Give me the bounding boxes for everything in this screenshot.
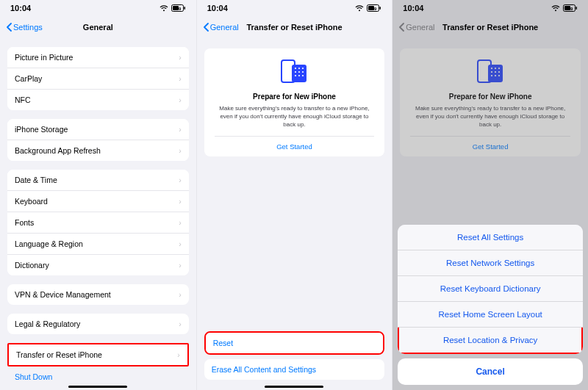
- option-reset-home-screen-layout[interactable]: Reset Home Screen Layout: [398, 301, 583, 327]
- option-reset-keyboard-dictionary[interactable]: Reset Keyboard Dictionary: [398, 275, 583, 301]
- row-label: Language & Region: [15, 239, 83, 248]
- settings-group-media: Picture in Picture› CarPlay› NFC›: [7, 47, 189, 110]
- option-reset-location-privacy[interactable]: Reset Location & Privacy: [398, 327, 583, 354]
- row-erase-all-content[interactable]: Erase All Content and Settings: [204, 359, 385, 380]
- row-label: Transfer or Reset iPhone: [16, 350, 102, 359]
- row-carplay[interactable]: CarPlay›: [7, 68, 189, 89]
- row-transfer-or-reset-iphone[interactable]: Transfer or Reset iPhone›: [9, 344, 187, 365]
- cancel-label: Cancel: [476, 366, 504, 377]
- get-started-button[interactable]: Get Started: [215, 136, 375, 156]
- battery-icon: 59: [367, 4, 381, 12]
- chevron-right-icon: ›: [179, 197, 182, 206]
- chevron-right-icon: ›: [179, 74, 182, 83]
- settings-content: Picture in Picture› CarPlay› NFC› iPhone…: [0, 47, 196, 390]
- row-label: VPN & Device Management: [15, 290, 111, 299]
- row-language-region[interactable]: Language & Region›: [7, 233, 189, 254]
- chevron-right-icon: ›: [179, 125, 182, 134]
- back-button[interactable]: General: [203, 23, 239, 32]
- nav-bar: Settings General: [0, 16, 196, 38]
- row-keyboard[interactable]: Keyboard›: [7, 190, 189, 212]
- action-sheet-options: Reset All Settings Reset Network Setting…: [398, 225, 583, 354]
- row-reset[interactable]: Reset: [206, 333, 384, 353]
- row-label: NFC: [15, 95, 31, 104]
- chevron-right-icon: ›: [179, 53, 182, 62]
- svg-text:59: 59: [372, 7, 377, 11]
- settings-group-vpn: VPN & Device Management›: [7, 284, 189, 305]
- svg-point-12: [302, 68, 304, 69]
- battery-icon: 59: [171, 4, 186, 12]
- row-label: Shut Down: [15, 372, 52, 381]
- status-bar: 10:04 59: [0, 0, 196, 16]
- home-indicator[interactable]: [68, 386, 127, 389]
- row-nfc[interactable]: NFC›: [7, 89, 189, 110]
- transfer-devices-icon: [215, 59, 375, 85]
- svg-point-18: [302, 75, 304, 76]
- card-heading: Prepare for New iPhone: [215, 93, 375, 101]
- row-label: iPhone Storage: [15, 125, 68, 134]
- chevron-right-icon: ›: [177, 350, 180, 359]
- settings-group-storage: iPhone Storage› Background App Refresh›: [7, 119, 189, 161]
- svg-point-14: [298, 71, 300, 73]
- status-indicators: 59: [355, 4, 381, 12]
- row-vpn-device-management[interactable]: VPN & Device Management›: [7, 284, 189, 305]
- screen-general-settings: 10:04 59 Settings General Picture in Pic…: [0, 0, 196, 390]
- row-shut-down[interactable]: Shut Down: [7, 366, 189, 387]
- svg-point-13: [295, 71, 296, 73]
- chevron-right-icon: ›: [179, 290, 182, 299]
- status-time: 10:04: [207, 4, 228, 12]
- row-fonts[interactable]: Fonts›: [7, 212, 189, 233]
- row-background-app-refresh[interactable]: Background App Refresh›: [7, 140, 189, 161]
- wifi-icon: [159, 5, 168, 12]
- chevron-right-icon: ›: [179, 218, 182, 227]
- svg-point-10: [295, 68, 296, 69]
- status-bar: 10:04 59: [197, 0, 392, 16]
- row-label: Erase All Content and Settings: [212, 365, 316, 374]
- settings-group-legal: Legal & Regulatory›: [7, 314, 189, 334]
- chevron-right-icon: ›: [179, 261, 182, 270]
- row-label: Background App Refresh: [15, 146, 101, 155]
- svg-rect-2: [184, 7, 185, 10]
- svg-point-15: [302, 71, 304, 73]
- chevron-right-icon: ›: [179, 176, 182, 184]
- svg-text:59: 59: [176, 7, 181, 11]
- option-label: Reset Location & Privacy: [443, 336, 537, 344]
- chevron-right-icon: ›: [179, 146, 182, 155]
- card-body: Make sure everything's ready to transfer…: [215, 105, 375, 129]
- nav-bar: General Transfer or Reset iPhone: [197, 16, 392, 38]
- svg-rect-9: [292, 65, 306, 82]
- chevron-left-icon: [6, 23, 12, 32]
- row-label: Dictionary: [15, 261, 49, 270]
- cancel-button[interactable]: Cancel: [398, 358, 583, 385]
- row-picture-in-picture[interactable]: Picture in Picture›: [7, 47, 189, 68]
- back-label: Settings: [13, 23, 43, 32]
- row-dictionary[interactable]: Dictionary›: [7, 254, 189, 275]
- chevron-right-icon: ›: [179, 95, 182, 104]
- row-label: Picture in Picture: [15, 53, 73, 62]
- row-label: Keyboard: [15, 197, 48, 206]
- option-label: Reset Network Settings: [446, 259, 534, 267]
- erase-row-wrapper: Erase All Content and Settings: [204, 359, 385, 380]
- screen-reset-action-sheet: 10:04 59 General Transfer or Reset iPhon…: [392, 0, 588, 390]
- option-label: Reset All Settings: [457, 233, 523, 242]
- back-label: General: [210, 23, 239, 32]
- status-indicators: 59: [159, 4, 186, 12]
- row-iphone-storage[interactable]: iPhone Storage›: [7, 119, 189, 140]
- chevron-right-icon: ›: [179, 319, 182, 328]
- back-button[interactable]: Settings: [6, 23, 43, 32]
- option-reset-all-settings[interactable]: Reset All Settings: [398, 225, 583, 250]
- settings-group-locale: Date & Time› Keyboard› Fonts› Language &…: [7, 170, 189, 275]
- home-indicator[interactable]: [265, 386, 323, 389]
- option-label: Reset Home Screen Layout: [439, 310, 542, 319]
- chevron-left-icon: [203, 23, 209, 32]
- row-label: Date & Time: [15, 176, 57, 184]
- cta-label: Get Started: [276, 142, 312, 151]
- svg-point-17: [298, 75, 300, 76]
- status-time: 10:04: [10, 4, 31, 12]
- settings-group-transfer-reset: Transfer or Reset iPhone›: [7, 343, 189, 366]
- svg-point-11: [298, 68, 300, 69]
- screen-transfer-reset: 10:04 59 General Transfer or Reset iPhon…: [196, 0, 392, 390]
- row-date-time[interactable]: Date & Time›: [7, 170, 189, 190]
- row-legal-regulatory[interactable]: Legal & Regulatory›: [7, 314, 189, 334]
- prepare-card: Prepare for New iPhone Make sure everyth…: [204, 48, 385, 156]
- option-reset-network-settings[interactable]: Reset Network Settings: [398, 250, 583, 275]
